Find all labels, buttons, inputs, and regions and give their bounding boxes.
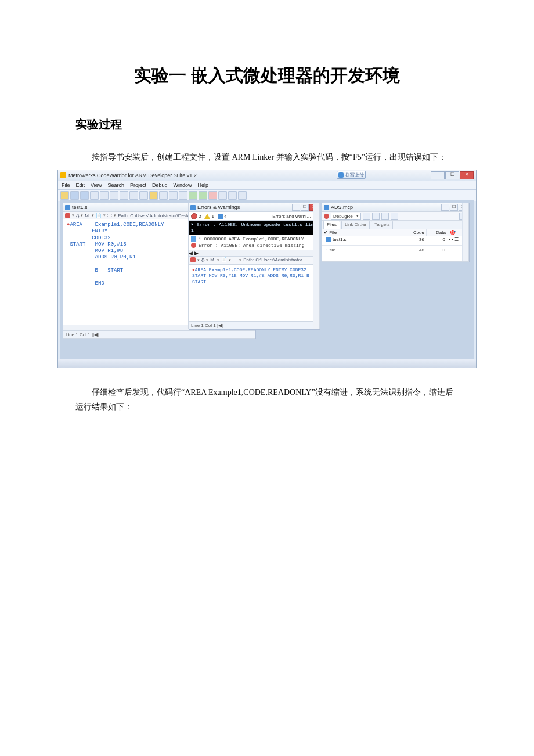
toolbar-button[interactable]: [218, 191, 227, 200]
project-vscroll[interactable]: [462, 203, 468, 261]
errors-window: Errors & Warnings — ☐ ✕ 2 1 4 Errors and…: [188, 203, 320, 329]
errors-filter: Errors and warni…: [272, 214, 311, 219]
target-icon: [324, 214, 329, 219]
codewarrior-app: Metrowerks CodeWarrior for ARM Developer…: [58, 170, 476, 368]
errors-max-button[interactable]: ☐: [301, 204, 309, 211]
toolbar-button[interactable]: [80, 191, 89, 200]
app-taskbar: [58, 359, 476, 368]
errors-code-preview[interactable]: ●AREA Example1,CODE,READONLY ENTRY CODE3…: [189, 264, 319, 287]
tab-targets[interactable]: Targets: [371, 221, 393, 229]
toolbar-button[interactable]: [70, 191, 79, 200]
menu-window[interactable]: Window: [173, 182, 192, 188]
app-titlebar: Metrowerks CodeWarrior for ARM Developer…: [58, 170, 476, 181]
breakpoint-icon[interactable]: [190, 257, 196, 262]
errors-status: Line 1 Col 1 |◀|: [189, 321, 319, 329]
errors-icon: [190, 205, 196, 210]
toolbar-button[interactable]: [179, 191, 187, 200]
tab-files[interactable]: Files: [323, 221, 340, 229]
menu-search[interactable]: Search: [107, 182, 124, 188]
target-dropdown[interactable]: DebugRel▾: [331, 213, 361, 220]
paragraph-2a: 仔细检查后发现，代码行“AREA Example1,CODE,READONLY”…: [75, 385, 459, 414]
toolbar-button[interactable]: [228, 191, 237, 200]
project-window: ADS.mcp — ☐ ✕ DebugRel▾: [322, 203, 469, 262]
editor-filename: test1.s: [72, 204, 88, 210]
toolbar-button[interactable]: [60, 191, 69, 200]
toolbar-button[interactable]: [90, 191, 99, 200]
section-heading: 实验过程: [75, 117, 459, 132]
project-button[interactable]: [372, 213, 380, 220]
project-file-row[interactable]: test1.s 36 0 • • ☰: [322, 236, 468, 243]
window-controls: — ☐ ✕: [431, 171, 474, 179]
menu-debug[interactable]: Debug: [152, 182, 168, 188]
toolbar-button[interactable]: [139, 191, 148, 200]
project-summary-row: 1 file 48 0: [322, 245, 468, 253]
project-button[interactable]: [391, 213, 398, 220]
breakpoint-icon[interactable]: [65, 213, 70, 218]
project-button[interactable]: [363, 213, 370, 220]
ime-label: 拼写上传: [345, 172, 364, 178]
info-count[interactable]: 4: [218, 214, 226, 219]
menubar: File Edit View Search Project Debug Wind…: [58, 181, 476, 190]
tab-linkorder[interactable]: Link Order: [341, 221, 370, 229]
minimize-button[interactable]: —: [431, 171, 445, 179]
toolbar-button[interactable]: [149, 191, 158, 200]
error-count[interactable]: 2: [191, 213, 201, 219]
mdi-workspace: test1.s — ☐ ✕ ▾ {}▾ M.▾ 📄▾ ⛶▾ Path: C:\U…: [60, 200, 474, 359]
document-icon: [65, 205, 70, 210]
paragraph-1: 按指导书安装后，创建工程文件，设置 ARM Linker 并输入实验代码，按“F…: [75, 150, 459, 164]
menu-file[interactable]: File: [62, 182, 70, 188]
errors-min-button[interactable]: —: [292, 204, 300, 211]
toolbar-button[interactable]: [110, 191, 118, 200]
toolbar-button[interactable]: [199, 191, 207, 200]
ime-float-button[interactable]: 拼写上传: [337, 171, 366, 179]
editor-status: Line 1 Col 1 ||◀|: [63, 330, 255, 338]
errors-lower-path: Path: C:\Users\Administrator\...\test1.s: [243, 257, 307, 262]
app-title: Metrowerks CodeWarrior for ARM Developer…: [68, 172, 197, 178]
toolbar-button[interactable]: [159, 191, 168, 200]
doc-title: 实验一 嵌入式微处理器的开发环境: [75, 64, 459, 88]
toolbar-button[interactable]: [100, 191, 109, 200]
errors-titlebar[interactable]: Errors & Warnings — ☐ ✕: [189, 203, 319, 212]
project-titlebar[interactable]: ADS.mcp — ☐ ✕: [322, 203, 468, 212]
maximize-button[interactable]: ☐: [445, 171, 459, 179]
codewarrior-icon: [60, 172, 66, 178]
menu-edit[interactable]: Edit: [76, 182, 85, 188]
file-icon: [326, 237, 331, 242]
errors-title: Errors & Warnings: [197, 204, 240, 210]
menu-project[interactable]: Project: [130, 182, 146, 188]
error-icon: [191, 243, 196, 248]
warning-icon: [204, 214, 210, 219]
project-title: ADS.mcp: [331, 204, 353, 210]
errors-hscroll[interactable]: ◀ ▶: [189, 250, 319, 256]
project-icon: [324, 205, 329, 210]
main-toolbar: [58, 190, 476, 201]
toolbar-button[interactable]: [208, 191, 217, 200]
toolbar-button[interactable]: [169, 191, 178, 200]
note-icon: [191, 236, 196, 242]
errors-detail: 1 00000000 AREA Example1,CODE,READONLY E…: [189, 235, 319, 250]
close-button[interactable]: ✕: [460, 171, 474, 179]
menu-view[interactable]: View: [91, 182, 102, 188]
errors-list[interactable]: ✖ Error : A1105E: Unknown opcode test1.s…: [189, 221, 319, 235]
menu-help[interactable]: Help: [197, 182, 208, 188]
toolbar-button[interactable]: [129, 191, 138, 200]
project-toolbar: DebugRel▾: [322, 212, 468, 221]
project-headers: ✔ File Code Data 🎯: [322, 229, 468, 236]
warn-count[interactable]: 1: [204, 214, 214, 219]
project-button[interactable]: [381, 213, 389, 220]
errors-lower-toolbar: ▾ {}▾ M.▾ 📄▾ ⛶▾ Path: C:\Users\Administr…: [189, 256, 319, 264]
toolbar-button[interactable]: [120, 191, 128, 200]
errors-vscroll[interactable]: [313, 203, 319, 329]
toolbar-button[interactable]: [189, 191, 197, 200]
ime-icon: [338, 172, 344, 178]
project-max-button[interactable]: ☐: [450, 204, 458, 211]
toolbar-button[interactable]: [238, 191, 247, 200]
project-min-button[interactable]: —: [441, 204, 449, 211]
error-icon: [191, 213, 197, 219]
info-icon: [218, 214, 223, 219]
project-tabs: Files Link Order Targets: [322, 221, 468, 229]
